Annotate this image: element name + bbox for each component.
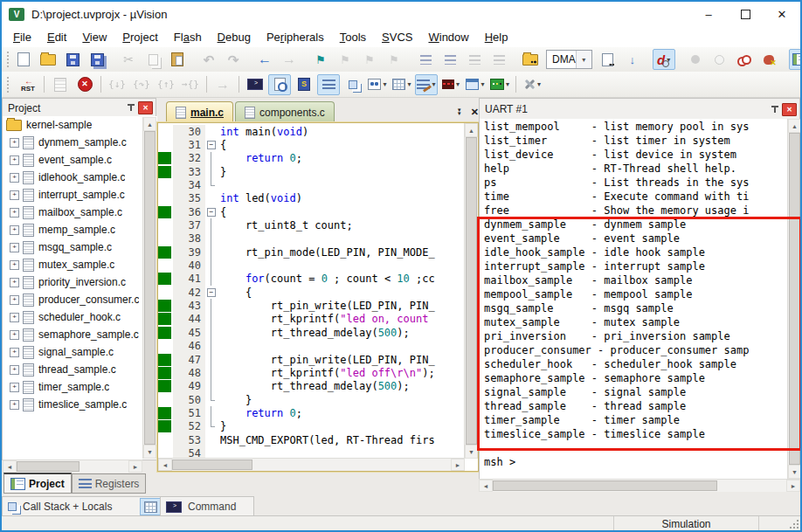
comment-button[interactable]	[463, 49, 486, 70]
callstack-bar[interactable]: Call Stack + Locals	[2, 496, 163, 517]
find-in-files-button[interactable]	[519, 49, 542, 70]
tab-registers[interactable]: Registers	[72, 473, 147, 494]
scroll-up-icon[interactable]: ▲	[788, 119, 801, 133]
tab-project[interactable]: Project	[3, 473, 72, 494]
tree-item-thread-sample[interactable]: +thread_sample.c	[3, 361, 157, 378]
paste-button[interactable]	[166, 49, 189, 70]
watch-window-button[interactable]: ▾	[366, 74, 389, 95]
menu-view[interactable]: View	[74, 28, 114, 46]
uart-horizontal-scrollbar[interactable]: ◄ ►	[479, 479, 800, 492]
tree-item-idlehook-sample[interactable]: +idlehook_sample.c	[3, 169, 157, 186]
window-list-icon[interactable]: ▼▼	[457, 109, 462, 115]
tree-item-semaphore-sample[interactable]: +semaphore_sample.c	[3, 326, 157, 343]
menu-debug[interactable]: Debug	[210, 28, 259, 46]
analysis-window-button[interactable]: ▾	[439, 74, 462, 95]
callstack-window-button[interactable]	[342, 74, 364, 95]
tree-item-msgq-sample[interactable]: +msgq_sample.c	[3, 238, 157, 256]
expand-plus-icon[interactable]: +	[10, 330, 19, 340]
undo-button[interactable]: ↶	[197, 49, 220, 70]
scroll-left-icon[interactable]: ◄	[3, 460, 17, 473]
expand-plus-icon[interactable]: +	[10, 348, 19, 357]
serial-window-button[interactable]: ▾	[415, 74, 438, 95]
kill-all-breakpoints-button[interactable]	[757, 49, 780, 70]
scroll-up-icon[interactable]: ▲	[143, 117, 156, 131]
expand-plus-icon[interactable]: +	[10, 208, 19, 218]
expand-plus-icon[interactable]: +	[10, 313, 19, 322]
expand-plus-icon[interactable]: +	[10, 173, 19, 183]
toolbox-button[interactable]: ▾	[488, 74, 511, 95]
run-to-cursor-button[interactable]: →{}	[179, 74, 202, 95]
scrollbar-thumb[interactable]	[466, 137, 477, 445]
redo-button[interactable]: ↷	[222, 49, 245, 70]
scroll-right-icon[interactable]: ►	[786, 480, 800, 492]
start-stop-debug-button[interactable]: d▾	[653, 49, 675, 70]
system-viewer-dropdown-icon[interactable]: ▾	[481, 80, 484, 88]
incremental-find-button[interactable]: ↓	[621, 49, 644, 70]
project-window-toggle-button[interactable]	[789, 49, 802, 70]
tree-item-mailbox-sample[interactable]: +mailbox_sample.c	[3, 204, 157, 221]
search-combobox-dropdown-icon[interactable]: ▾	[576, 51, 591, 68]
scroll-right-icon[interactable]: ►	[128, 460, 142, 473]
next-bookmark-button[interactable]: ⚑	[334, 49, 356, 70]
editor-horizontal-scrollbar[interactable]: ◄ ►	[158, 458, 465, 471]
outdent-button[interactable]	[439, 49, 461, 70]
fold-collapse-icon[interactable]	[205, 138, 217, 151]
indent-button[interactable]	[414, 49, 437, 70]
tree-item-scheduler-hook[interactable]: +scheduler_hook.c	[3, 308, 157, 326]
menu-svcs[interactable]: SVCS	[374, 28, 420, 46]
toggle-breakpoint-button[interactable]	[684, 49, 707, 70]
clear-bookmarks-button[interactable]: ⚑	[383, 49, 405, 70]
disassembly-window-button[interactable]	[268, 74, 291, 95]
step-out-button[interactable]: {↑}	[155, 74, 177, 95]
scrollbar-thumb[interactable]	[17, 461, 80, 472]
menu-project[interactable]: Project	[114, 28, 165, 46]
tree-item-memp-sample[interactable]: +memp_sample.c	[3, 221, 157, 238]
project-close-icon[interactable]: ✕	[138, 101, 153, 114]
search-combobox[interactable]: DMA▾	[546, 50, 592, 69]
scrollbar-thumb[interactable]	[144, 131, 156, 445]
save-all-button[interactable]	[86, 49, 108, 70]
minimize-button[interactable]: –	[690, 2, 727, 26]
scroll-left-icon[interactable]: ◄	[158, 459, 172, 471]
registers-window-button[interactable]	[317, 74, 340, 95]
watch-window-dropdown-icon[interactable]: ▾	[383, 80, 386, 88]
disable-all-breakpoints-button[interactable]	[733, 49, 756, 70]
menu-help[interactable]: Help	[477, 28, 516, 46]
command-tab[interactable]: > Command	[160, 496, 254, 517]
analysis-window-dropdown-icon[interactable]: ▾	[456, 80, 460, 88]
tools-menu-dropdown-icon[interactable]: ▾	[537, 80, 541, 88]
symbol-window-button[interactable]: S	[293, 74, 315, 95]
fold-collapse-icon[interactable]	[205, 286, 217, 299]
editor-vertical-scrollbar[interactable]: ▲ ▼	[464, 123, 478, 459]
expand-plus-icon[interactable]: +	[10, 260, 19, 270]
toolbar-grip[interactable]	[7, 52, 9, 67]
uart-close-icon[interactable]: ✕	[782, 103, 797, 116]
expand-plus-icon[interactable]: +	[10, 383, 19, 392]
pin-icon[interactable]	[771, 105, 779, 114]
maximize-button[interactable]	[727, 2, 764, 26]
memory-calc-button[interactable]	[140, 498, 161, 515]
expand-plus-icon[interactable]: +	[10, 278, 19, 287]
reset-cpu-button[interactable]: ←RST	[17, 74, 39, 95]
enable-disable-breakpoint-button[interactable]	[709, 49, 731, 70]
expand-plus-icon[interactable]: +	[10, 243, 19, 252]
tree-root-kernel-sample[interactable]: kernel-sample	[3, 116, 157, 134]
prev-bookmark-button[interactable]: ⚑	[358, 49, 381, 70]
save-button[interactable]	[61, 49, 84, 70]
show-next-statement-button[interactable]: →	[211, 74, 234, 95]
navigate-back-button[interactable]: ←	[253, 49, 276, 70]
expand-plus-icon[interactable]: +	[10, 138, 19, 148]
project-vertical-scrollbar[interactable]: ▲ ▼	[142, 117, 156, 459]
editor-tab-main-c[interactable]: main.c	[166, 101, 233, 122]
menu-tools[interactable]: Tools	[332, 28, 374, 46]
find-button[interactable]	[597, 49, 619, 70]
tree-item-timer-sample[interactable]: +timer_sample.c	[3, 378, 157, 396]
system-viewer-button[interactable]: ▾	[464, 74, 487, 95]
expand-plus-icon[interactable]: +	[10, 225, 19, 235]
menu-flash[interactable]: Flash	[166, 28, 210, 46]
editor-tab-components-c[interactable]: components.c	[235, 101, 335, 122]
scroll-up-icon[interactable]: ▲	[465, 123, 478, 137]
scrollbar-thumb[interactable]	[493, 480, 717, 491]
code-editor[interactable]: 30int main(void)31{32 return 0;33}3435in…	[157, 122, 479, 472]
uart-terminal[interactable]: list_mempool - list memory pool in sysli…	[479, 119, 802, 480]
